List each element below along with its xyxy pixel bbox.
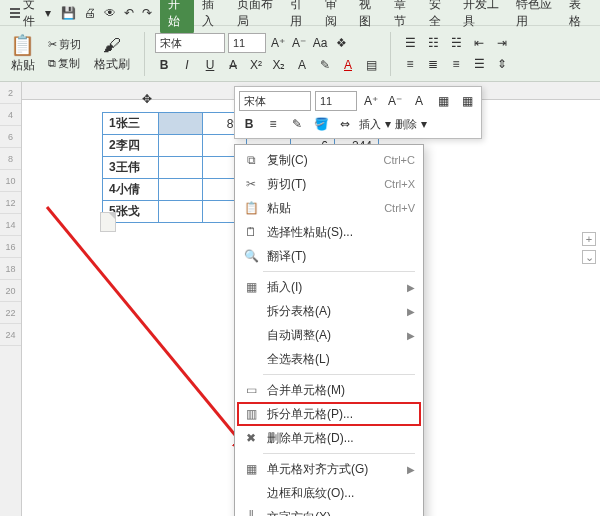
print-preview-icon[interactable]: 👁 xyxy=(104,6,116,20)
highlight-button[interactable]: ✎ xyxy=(316,56,334,74)
mini-decrease-font-icon[interactable]: A⁻ xyxy=(385,91,405,111)
strike-button[interactable]: A̶ xyxy=(224,56,242,74)
cm-borders[interactable]: 边框和底纹(O)... xyxy=(235,481,423,505)
cm-cell-align[interactable]: ▦单元格对齐方式(G)▶ xyxy=(235,457,423,481)
cm-split-cells[interactable]: ▥拆分单元格(P)... xyxy=(235,402,423,426)
mini-increase-font-icon[interactable]: A⁺ xyxy=(361,91,381,111)
cm-paste-special[interactable]: 🗒选择性粘贴(S)... xyxy=(235,220,423,244)
tab-page-layout[interactable]: 页面布局 xyxy=(229,0,282,34)
table-side-controls: + ⌄ xyxy=(582,232,596,264)
mini-size-combo[interactable]: 11 xyxy=(315,91,357,111)
clear-format-icon[interactable]: ❖ xyxy=(332,34,350,52)
line-spacing-button[interactable]: ⇕ xyxy=(493,55,511,73)
font-size-combo[interactable]: 11 xyxy=(228,33,266,53)
mini-merge-icon[interactable]: ▦ xyxy=(457,91,477,111)
tab-table[interactable]: 表格 xyxy=(561,0,596,34)
paste-button[interactable]: 📋 粘贴 xyxy=(6,29,39,78)
mini-font-color-icon[interactable]: A xyxy=(409,91,429,111)
cm-cut[interactable]: ✂剪切(T)Ctrl+X xyxy=(235,172,423,196)
align-center-button[interactable]: ≣ xyxy=(424,55,442,73)
copy-button[interactable]: ⧉复制 xyxy=(45,55,84,72)
subscript-button[interactable]: X₂ xyxy=(270,56,288,74)
file-menu-button[interactable]: 文件 ▾ xyxy=(4,0,57,32)
paste-icon: 📋 xyxy=(243,200,259,216)
scissors-icon: ✂ xyxy=(48,38,57,51)
cut-button[interactable]: ✂剪切 xyxy=(45,36,84,53)
fill-color-button[interactable]: ▤ xyxy=(362,56,380,74)
file-label: 文件 xyxy=(23,0,42,30)
save-icon[interactable]: 💾 xyxy=(61,6,76,20)
mini-borders-icon[interactable]: ▦ xyxy=(433,91,453,111)
decrease-font-icon[interactable]: A⁻ xyxy=(290,34,308,52)
redo-icon[interactable]: ↷ xyxy=(142,6,152,20)
justify-button[interactable]: ☰ xyxy=(470,55,488,73)
delete-cells-icon: ✖ xyxy=(243,430,259,446)
change-case-icon[interactable]: Aa xyxy=(311,34,329,52)
page-thumbnail-icon xyxy=(100,212,116,232)
cm-insert[interactable]: ▦插入(I)▶ xyxy=(235,275,423,299)
cm-merge-cells[interactable]: ▭合并单元格(M) xyxy=(235,378,423,402)
text-effects-button[interactable]: A xyxy=(293,56,311,74)
cm-delete-cells[interactable]: ✖删除单元格(D)... xyxy=(235,426,423,450)
quick-access-toolbar: 💾 🖨 👁 ↶ ↷ xyxy=(61,6,152,20)
mini-bold-button[interactable]: B xyxy=(239,114,259,134)
insert-icon: ▦ xyxy=(243,279,259,295)
cm-translate[interactable]: 🔍翻译(T) xyxy=(235,244,423,268)
clipboard-icon: 📋 xyxy=(10,33,35,57)
tab-chapter[interactable]: 章节 xyxy=(386,0,421,34)
cm-text-direction[interactable]: ║文字方向(X)... xyxy=(235,505,423,516)
ribbon: 📋 粘贴 ✂剪切 ⧉复制 🖌 格式刷 宋体 11 A⁺ A⁻ Aa ❖ B I … xyxy=(0,26,600,82)
mini-align-button[interactable]: ≡ xyxy=(263,114,283,134)
mini-insert-button[interactable]: 插入 xyxy=(359,117,381,132)
table-options-button[interactable]: ⌄ xyxy=(582,250,596,264)
superscript-button[interactable]: X² xyxy=(247,56,265,74)
copy-icon: ⧉ xyxy=(48,57,56,70)
tab-start[interactable]: 开始 xyxy=(160,0,195,34)
align-right-button[interactable]: ≡ xyxy=(447,55,465,73)
cm-paste[interactable]: 📋粘贴Ctrl+V xyxy=(235,196,423,220)
brush-icon: 🖌 xyxy=(103,35,121,56)
table-move-handle[interactable]: ✥ xyxy=(142,92,152,106)
mini-delete-button[interactable]: 删除 xyxy=(395,117,417,132)
align-left-button[interactable]: ≡ xyxy=(401,55,419,73)
tab-references[interactable]: 引用 xyxy=(282,0,317,34)
tab-special[interactable]: 特色应用 xyxy=(508,0,561,34)
font-name-combo[interactable]: 宋体 xyxy=(155,33,225,53)
cm-auto-fit[interactable]: 自动调整(A)▶ xyxy=(235,323,423,347)
mini-fill-button[interactable]: 🪣 xyxy=(311,114,331,134)
mini-highlight-button[interactable]: ✎ xyxy=(287,114,307,134)
paste-label: 粘贴 xyxy=(11,57,35,74)
bullets-button[interactable]: ☰ xyxy=(401,34,419,52)
add-column-button[interactable]: + xyxy=(582,232,596,246)
cm-copy[interactable]: ⧉复制(C)Ctrl+C xyxy=(235,148,423,172)
decrease-indent-button[interactable]: ⇤ xyxy=(470,34,488,52)
split-cells-icon: ▥ xyxy=(243,406,259,422)
dropdown-icon: ▾ xyxy=(45,6,51,20)
text-direction-icon: ║ xyxy=(243,509,259,516)
tab-insert[interactable]: 插入 xyxy=(194,0,229,34)
tab-security[interactable]: 安全 xyxy=(421,0,456,34)
copy-icon: ⧉ xyxy=(243,152,259,168)
align-icon: ▦ xyxy=(243,461,259,477)
underline-button[interactable]: U xyxy=(201,56,219,74)
italic-button[interactable]: I xyxy=(178,56,196,74)
tab-review[interactable]: 审阅 xyxy=(317,0,352,34)
cm-select-all-table[interactable]: 全选表格(L) xyxy=(235,347,423,371)
vertical-ruler: 24681012141618202224 xyxy=(0,82,22,516)
tab-view[interactable]: 视图 xyxy=(351,0,386,34)
format-painter-button[interactable]: 🖌 格式刷 xyxy=(90,31,134,77)
print-icon[interactable]: 🖨 xyxy=(84,6,96,20)
increase-font-icon[interactable]: A⁺ xyxy=(269,34,287,52)
mini-font-combo[interactable]: 宋体 xyxy=(239,91,311,111)
mini-autofit-button[interactable]: ⇔ xyxy=(335,114,355,134)
font-color-button[interactable]: A xyxy=(339,56,357,74)
svg-line-0 xyxy=(47,207,254,458)
increase-indent-button[interactable]: ⇥ xyxy=(493,34,511,52)
scissors-icon: ✂ xyxy=(243,176,259,192)
undo-icon[interactable]: ↶ xyxy=(124,6,134,20)
tab-developer[interactable]: 开发工具 xyxy=(455,0,508,34)
multilevel-button[interactable]: ☵ xyxy=(447,34,465,52)
numbering-button[interactable]: ☷ xyxy=(424,34,442,52)
bold-button[interactable]: B xyxy=(155,56,173,74)
cm-split-table[interactable]: 拆分表格(A)▶ xyxy=(235,299,423,323)
